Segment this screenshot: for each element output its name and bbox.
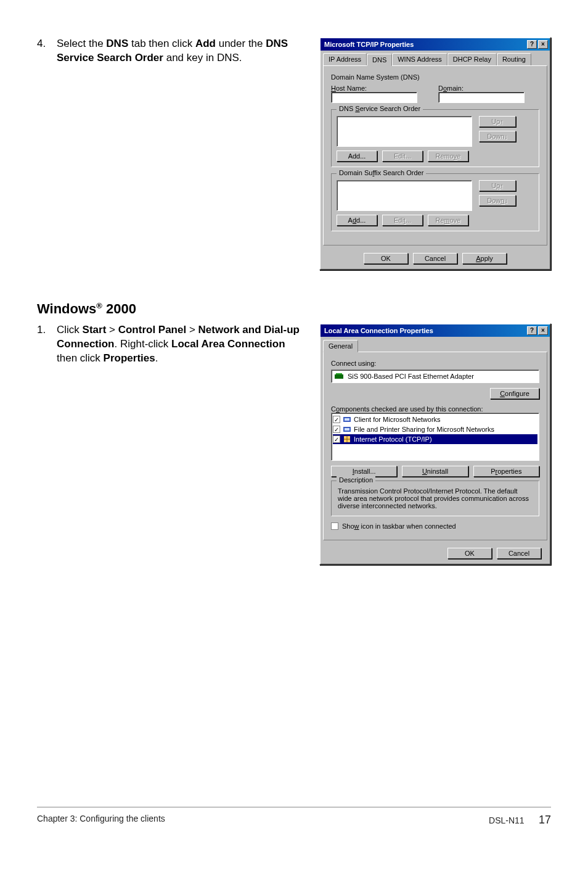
connect-using-label: Connect using: bbox=[331, 360, 539, 367]
description-group: Description Transmission Control Protoco… bbox=[331, 481, 539, 516]
tcpip-properties-dialog: Microsoft TCP/IP Properties ? × IP Addre… bbox=[319, 37, 551, 270]
lac-properties-dialog: Local Area Connection Properties ? × Gen… bbox=[319, 323, 551, 565]
domain-label: Domain: bbox=[438, 85, 539, 92]
domain-suffix-legend: Domain Suffix Search Order bbox=[337, 169, 426, 176]
checkbox-icon[interactable] bbox=[333, 416, 340, 423]
list-item[interactable]: Client for Microsoft Networks bbox=[333, 415, 537, 424]
tab-dns[interactable]: DNS bbox=[367, 54, 392, 66]
install-button[interactable]: Install... bbox=[331, 466, 397, 477]
svg-rect-1 bbox=[336, 373, 342, 374]
tab-ip-address[interactable]: IP Address bbox=[323, 53, 367, 65]
dns-add-button[interactable]: Add... bbox=[337, 151, 377, 162]
dns-system-label: Domain Name System (DNS) bbox=[331, 73, 539, 81]
dns-service-legend: DNS Service Search Order bbox=[337, 105, 423, 112]
list-item[interactable]: Internet Protocol (TCP/IP) bbox=[333, 434, 537, 444]
suffix-up-button[interactable]: Up↑ bbox=[479, 180, 516, 191]
configure-button[interactable]: Configure bbox=[490, 388, 539, 399]
suffix-edit-button[interactable]: Edit... bbox=[382, 215, 423, 226]
description-legend: Description bbox=[337, 476, 375, 484]
tcpip-titlebar: Microsoft TCP/IP Properties ? × bbox=[321, 38, 550, 51]
tab-dhcp-relay[interactable]: DHCP Relay bbox=[447, 53, 497, 65]
dns-service-search-order-group: DNS Service Search Order Up↑ Down↓ Add..… bbox=[331, 109, 539, 167]
components-listbox[interactable]: Client for Microsoft Networks File and P… bbox=[331, 413, 539, 461]
tcpip-protocol-icon bbox=[343, 435, 351, 444]
components-label: Components checked are used by this conn… bbox=[331, 405, 539, 413]
adapter-name: SiS 900-Based PCI Fast Ethernet Adapter bbox=[348, 373, 474, 380]
step1-text: 1. Click Start > Control Panel > Network… bbox=[37, 323, 307, 565]
dns-down-button[interactable]: Down↓ bbox=[479, 131, 516, 142]
step4-number: 4. bbox=[37, 37, 51, 65]
suffix-down-button[interactable]: Down↓ bbox=[479, 195, 516, 206]
dns-service-listbox[interactable] bbox=[337, 116, 472, 147]
client-networks-icon bbox=[343, 415, 351, 424]
properties-button[interactable]: Properties bbox=[473, 466, 539, 477]
lac-cancel-button[interactable]: Cancel bbox=[497, 548, 541, 559]
close-icon[interactable]: × bbox=[538, 40, 548, 49]
help-icon[interactable]: ? bbox=[527, 40, 537, 49]
host-name-label: Host Name: bbox=[331, 85, 432, 92]
file-printer-sharing-icon bbox=[343, 425, 351, 434]
show-icon-label: Show icon in taskbar when connected bbox=[342, 522, 456, 530]
domain-input[interactable] bbox=[438, 92, 525, 103]
show-icon-checkbox[interactable] bbox=[331, 522, 338, 530]
dns-up-button[interactable]: Up↑ bbox=[479, 116, 516, 127]
step4-text: 4. Select the DNS tab then click Add und… bbox=[37, 37, 307, 270]
svg-rect-0 bbox=[335, 374, 343, 379]
lac-titlebar: Local Area Connection Properties ? × bbox=[321, 324, 550, 337]
host-name-input[interactable] bbox=[331, 92, 417, 103]
step1-number: 1. bbox=[37, 323, 51, 366]
suffix-add-button[interactable]: Add... bbox=[337, 215, 377, 226]
list-item[interactable]: File and Printer Sharing for Microsoft N… bbox=[333, 424, 537, 434]
tcpip-apply-button[interactable]: Apply bbox=[462, 253, 507, 264]
tcpip-ok-button[interactable]: OK bbox=[364, 253, 408, 264]
svg-rect-5 bbox=[345, 428, 349, 431]
lac-title: Local Area Connection Properties bbox=[324, 327, 433, 334]
help-icon[interactable]: ? bbox=[527, 326, 537, 335]
checkbox-icon[interactable] bbox=[333, 426, 340, 433]
footer-chapter: Chapter 3: Configuring the clients bbox=[37, 814, 165, 827]
tcpip-cancel-button[interactable]: Cancel bbox=[413, 253, 457, 264]
domain-suffix-listbox[interactable] bbox=[337, 180, 472, 211]
windows-2000-heading: Windows® 2000 bbox=[37, 301, 551, 317]
lac-ok-button[interactable]: OK bbox=[447, 548, 492, 559]
close-icon[interactable]: × bbox=[538, 326, 548, 335]
tab-wins-address[interactable]: WINS Address bbox=[392, 53, 447, 65]
tcpip-title: Microsoft TCP/IP Properties bbox=[324, 41, 414, 48]
tcpip-tabs: IP Address DNS WINS Address DHCP Relay R… bbox=[321, 51, 550, 65]
adapter-display: SiS 900-Based PCI Fast Ethernet Adapter bbox=[331, 369, 539, 383]
dns-remove-button[interactable]: Remove bbox=[428, 151, 468, 162]
checkbox-icon[interactable] bbox=[333, 435, 340, 443]
page-footer: Chapter 3: Configuring the clients DSL-N… bbox=[37, 807, 551, 827]
dns-edit-button[interactable]: Edit... bbox=[382, 151, 423, 162]
uninstall-button[interactable]: Uninstall bbox=[402, 466, 468, 477]
tab-routing[interactable]: Routing bbox=[497, 53, 531, 65]
description-text: Transmission Control Protocol/Internet P… bbox=[338, 487, 533, 510]
suffix-remove-button[interactable]: Remove bbox=[428, 215, 468, 226]
domain-suffix-search-order-group: Domain Suffix Search Order Up↑ Down↓ Add… bbox=[331, 173, 539, 231]
page-number: 17 bbox=[539, 814, 551, 826]
tab-general[interactable]: General bbox=[323, 340, 358, 352]
svg-rect-3 bbox=[345, 418, 349, 421]
footer-model: DSL-N11 bbox=[489, 815, 525, 825]
network-card-icon bbox=[334, 372, 344, 381]
